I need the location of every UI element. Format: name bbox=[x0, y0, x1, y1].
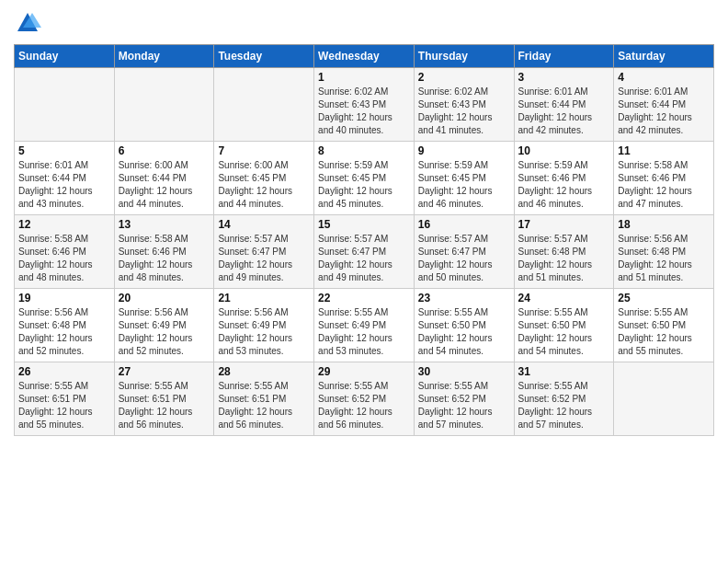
day-number: 1 bbox=[318, 71, 410, 84]
week-row-2: 5Sunrise: 6:01 AM Sunset: 6:44 PM Daylig… bbox=[15, 142, 714, 215]
logo-icon bbox=[14, 9, 41, 37]
day-info: Sunrise: 5:58 AM Sunset: 6:46 PM Dayligh… bbox=[618, 159, 710, 211]
day-cell: 10Sunrise: 5:59 AM Sunset: 6:46 PM Dayli… bbox=[514, 142, 614, 215]
day-info: Sunrise: 6:01 AM Sunset: 6:44 PM Dayligh… bbox=[618, 86, 710, 137]
day-number: 18 bbox=[618, 218, 710, 231]
day-cell: 17Sunrise: 5:57 AM Sunset: 6:48 PM Dayli… bbox=[514, 215, 614, 289]
day-cell: 1Sunrise: 6:02 AM Sunset: 6:43 PM Daylig… bbox=[314, 68, 415, 142]
day-cell: 31Sunrise: 5:55 AM Sunset: 6:52 PM Dayli… bbox=[514, 362, 614, 436]
day-info: Sunrise: 6:00 AM Sunset: 6:44 PM Dayligh… bbox=[119, 159, 210, 211]
day-cell: 21Sunrise: 5:56 AM Sunset: 6:49 PM Dayli… bbox=[214, 289, 314, 362]
day-cell: 18Sunrise: 5:56 AM Sunset: 6:48 PM Dayli… bbox=[614, 215, 714, 289]
day-cell: 12Sunrise: 5:58 AM Sunset: 6:46 PM Dayli… bbox=[15, 215, 115, 289]
day-cell: 27Sunrise: 5:55 AM Sunset: 6:51 PM Dayli… bbox=[114, 362, 214, 436]
day-number: 2 bbox=[418, 71, 510, 84]
day-cell: 29Sunrise: 5:55 AM Sunset: 6:52 PM Dayli… bbox=[314, 362, 415, 436]
week-row-3: 12Sunrise: 5:58 AM Sunset: 6:46 PM Dayli… bbox=[15, 215, 714, 289]
day-number: 4 bbox=[618, 71, 710, 84]
day-number: 19 bbox=[18, 292, 110, 304]
day-cell: 23Sunrise: 5:55 AM Sunset: 6:50 PM Dayli… bbox=[414, 289, 514, 362]
day-info: Sunrise: 5:55 AM Sunset: 6:50 PM Dayligh… bbox=[518, 306, 610, 358]
day-cell: 8Sunrise: 5:59 AM Sunset: 6:45 PM Daylig… bbox=[314, 142, 415, 215]
header-cell-friday: Friday bbox=[514, 45, 614, 68]
day-cell: 19Sunrise: 5:56 AM Sunset: 6:48 PM Dayli… bbox=[15, 289, 115, 362]
day-cell bbox=[214, 68, 314, 142]
day-number: 25 bbox=[618, 292, 710, 304]
day-info: Sunrise: 6:02 AM Sunset: 6:43 PM Dayligh… bbox=[318, 86, 410, 137]
day-info: Sunrise: 5:58 AM Sunset: 6:46 PM Dayligh… bbox=[119, 233, 210, 284]
day-number: 31 bbox=[518, 365, 610, 378]
day-info: Sunrise: 6:01 AM Sunset: 6:44 PM Dayligh… bbox=[518, 86, 610, 137]
day-number: 6 bbox=[119, 144, 210, 157]
day-number: 20 bbox=[119, 292, 210, 304]
week-row-4: 19Sunrise: 5:56 AM Sunset: 6:48 PM Dayli… bbox=[15, 289, 714, 362]
page-header bbox=[14, 9, 714, 37]
week-row-1: 1Sunrise: 6:02 AM Sunset: 6:43 PM Daylig… bbox=[15, 68, 714, 142]
header-cell-saturday: Saturday bbox=[614, 45, 714, 68]
day-cell: 25Sunrise: 5:55 AM Sunset: 6:50 PM Dayli… bbox=[614, 289, 714, 362]
day-cell: 14Sunrise: 5:57 AM Sunset: 6:47 PM Dayli… bbox=[214, 215, 314, 289]
day-info: Sunrise: 5:55 AM Sunset: 6:52 PM Dayligh… bbox=[318, 380, 410, 431]
day-number: 3 bbox=[518, 71, 610, 84]
header-cell-sunday: Sunday bbox=[15, 45, 115, 68]
day-number: 12 bbox=[18, 218, 110, 231]
day-info: Sunrise: 5:55 AM Sunset: 6:52 PM Dayligh… bbox=[418, 380, 510, 431]
header-cell-thursday: Thursday bbox=[414, 45, 514, 68]
day-number: 10 bbox=[518, 144, 610, 157]
day-number: 23 bbox=[418, 292, 510, 304]
day-info: Sunrise: 5:56 AM Sunset: 6:48 PM Dayligh… bbox=[618, 233, 710, 284]
day-cell: 2Sunrise: 6:02 AM Sunset: 6:43 PM Daylig… bbox=[414, 68, 514, 142]
day-number: 8 bbox=[318, 144, 410, 157]
day-info: Sunrise: 5:56 AM Sunset: 6:49 PM Dayligh… bbox=[119, 306, 210, 358]
day-cell: 3Sunrise: 6:01 AM Sunset: 6:44 PM Daylig… bbox=[514, 68, 614, 142]
day-cell: 20Sunrise: 5:56 AM Sunset: 6:49 PM Dayli… bbox=[114, 289, 214, 362]
day-number: 21 bbox=[218, 292, 310, 304]
day-info: Sunrise: 5:57 AM Sunset: 6:47 PM Dayligh… bbox=[218, 233, 310, 284]
day-number: 22 bbox=[318, 292, 410, 304]
day-info: Sunrise: 5:58 AM Sunset: 6:46 PM Dayligh… bbox=[18, 233, 110, 284]
day-info: Sunrise: 5:55 AM Sunset: 6:52 PM Dayligh… bbox=[518, 380, 610, 431]
day-info: Sunrise: 5:56 AM Sunset: 6:48 PM Dayligh… bbox=[18, 306, 110, 358]
day-number: 11 bbox=[618, 144, 710, 157]
day-info: Sunrise: 5:55 AM Sunset: 6:49 PM Dayligh… bbox=[318, 306, 410, 358]
day-number: 16 bbox=[418, 218, 510, 231]
day-number: 27 bbox=[119, 365, 210, 378]
day-cell: 26Sunrise: 5:55 AM Sunset: 6:51 PM Dayli… bbox=[15, 362, 115, 436]
day-number: 13 bbox=[119, 218, 210, 231]
day-number: 29 bbox=[318, 365, 410, 378]
day-cell: 9Sunrise: 5:59 AM Sunset: 6:45 PM Daylig… bbox=[414, 142, 514, 215]
day-cell: 22Sunrise: 5:55 AM Sunset: 6:49 PM Dayli… bbox=[314, 289, 415, 362]
day-cell: 11Sunrise: 5:58 AM Sunset: 6:46 PM Dayli… bbox=[614, 142, 714, 215]
day-number: 9 bbox=[418, 144, 510, 157]
header-cell-monday: Monday bbox=[114, 45, 214, 68]
header-row: SundayMondayTuesdayWednesdayThursdayFrid… bbox=[15, 45, 714, 68]
day-number: 7 bbox=[218, 144, 310, 157]
day-cell: 15Sunrise: 5:57 AM Sunset: 6:47 PM Dayli… bbox=[314, 215, 415, 289]
day-number: 14 bbox=[218, 218, 310, 231]
day-info: Sunrise: 6:02 AM Sunset: 6:43 PM Dayligh… bbox=[418, 86, 510, 137]
day-cell: 28Sunrise: 5:55 AM Sunset: 6:51 PM Dayli… bbox=[214, 362, 314, 436]
day-number: 26 bbox=[18, 365, 110, 378]
day-cell: 7Sunrise: 6:00 AM Sunset: 6:45 PM Daylig… bbox=[214, 142, 314, 215]
day-number: 15 bbox=[318, 218, 410, 231]
day-cell: 30Sunrise: 5:55 AM Sunset: 6:52 PM Dayli… bbox=[414, 362, 514, 436]
calendar-table: SundayMondayTuesdayWednesdayThursdayFrid… bbox=[14, 44, 714, 436]
day-info: Sunrise: 6:01 AM Sunset: 6:44 PM Dayligh… bbox=[18, 159, 110, 211]
day-info: Sunrise: 6:00 AM Sunset: 6:45 PM Dayligh… bbox=[218, 159, 310, 211]
day-cell bbox=[114, 68, 214, 142]
day-cell: 4Sunrise: 6:01 AM Sunset: 6:44 PM Daylig… bbox=[614, 68, 714, 142]
header-cell-tuesday: Tuesday bbox=[214, 45, 314, 68]
day-info: Sunrise: 5:59 AM Sunset: 6:46 PM Dayligh… bbox=[518, 159, 610, 211]
day-info: Sunrise: 5:57 AM Sunset: 6:47 PM Dayligh… bbox=[318, 233, 410, 284]
day-number: 24 bbox=[518, 292, 610, 304]
week-row-5: 26Sunrise: 5:55 AM Sunset: 6:51 PM Dayli… bbox=[15, 362, 714, 436]
header-cell-wednesday: Wednesday bbox=[314, 45, 415, 68]
day-number: 5 bbox=[18, 144, 110, 157]
day-cell bbox=[15, 68, 115, 142]
day-info: Sunrise: 5:57 AM Sunset: 6:48 PM Dayligh… bbox=[518, 233, 610, 284]
day-info: Sunrise: 5:55 AM Sunset: 6:51 PM Dayligh… bbox=[119, 380, 210, 431]
day-number: 28 bbox=[218, 365, 310, 378]
day-info: Sunrise: 5:55 AM Sunset: 6:51 PM Dayligh… bbox=[218, 380, 310, 431]
day-cell: 24Sunrise: 5:55 AM Sunset: 6:50 PM Dayli… bbox=[514, 289, 614, 362]
day-cell: 6Sunrise: 6:00 AM Sunset: 6:44 PM Daylig… bbox=[114, 142, 214, 215]
